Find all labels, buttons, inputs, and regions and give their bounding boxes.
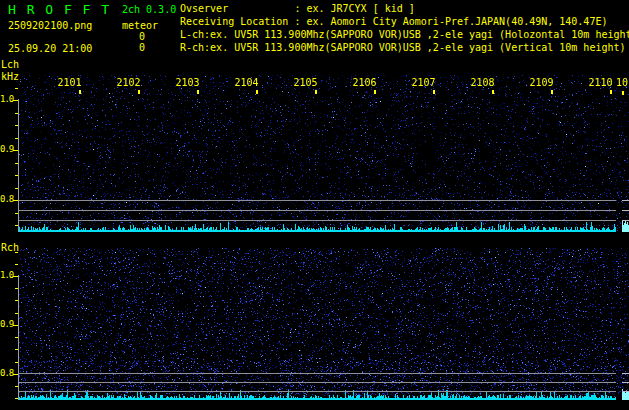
- time-tick-label: 2105: [288, 78, 324, 88]
- time-tick-label: 2108: [465, 78, 501, 88]
- time-tick: [622, 91, 624, 95]
- y-major-tick: [13, 276, 18, 277]
- level-reference-line-stub: [622, 200, 629, 201]
- time-tick-label: 2110: [583, 78, 619, 88]
- y-minor-tick: [15, 337, 18, 338]
- level-reference-line-stub: [622, 391, 629, 392]
- y-minor-tick: [15, 163, 18, 164]
- time-tick: [610, 90, 612, 94]
- y-tick-label: 1.0: [0, 95, 13, 104]
- file-name: 2509202100.png: [8, 20, 92, 31]
- time-tick: [197, 90, 199, 94]
- time-tick-label: 2102: [111, 78, 147, 88]
- y-minor-tick: [15, 313, 18, 314]
- time-tick-label: 2107: [406, 78, 442, 88]
- time-tick-label-overflow: 10: [616, 78, 629, 88]
- mode-label: meteor: [122, 20, 158, 31]
- time-tick-label: 2106: [347, 78, 383, 88]
- y-minor-tick: [15, 188, 18, 189]
- info-line-lch-rig: L-ch:ex. UV5R 113.900Mhz(SAPPORO VOR)USB…: [180, 28, 629, 41]
- y-tick-label: 0.9: [0, 320, 13, 329]
- level-reference-line-stub: [622, 373, 629, 374]
- header: H R O F F T 2ch 0.3.0 2509202100.png met…: [0, 0, 629, 58]
- y-minor-tick: [15, 88, 18, 89]
- info-line-rch-rig: R-ch:ex. UV5R 113.900Mhz(SAPPORO VOR)USB…: [180, 41, 629, 54]
- level-reference-line-stub: [622, 210, 629, 211]
- y-minor-tick: [15, 288, 18, 289]
- hrofft-output-screen: H R O F F T 2ch 0.3.0 2509202100.png met…: [0, 0, 629, 410]
- time-tick: [374, 90, 376, 94]
- level-reference-line-stub: [622, 382, 629, 383]
- y-tick-label: 1.0: [0, 271, 13, 280]
- time-tick: [433, 90, 435, 94]
- y-minor-tick: [15, 398, 18, 399]
- level-reference-line-stub: [622, 220, 629, 221]
- lch-unit-label: kHz: [1, 71, 19, 82]
- level-reference-line: [19, 220, 616, 221]
- lch-panel-title: Lch: [1, 59, 19, 70]
- time-tick: [79, 90, 81, 94]
- level-reference-line: [19, 382, 616, 383]
- timestamp: 25.09.20 21:00: [8, 43, 92, 54]
- meteor-count-rch: 0: [139, 42, 145, 53]
- level-reference-line: [19, 200, 616, 201]
- level-reference-line: [19, 391, 616, 392]
- y-tick-label: 0.9: [0, 145, 13, 154]
- y-major-tick: [13, 100, 18, 101]
- level-reference-line: [19, 210, 616, 211]
- y-tick-label: 0.8: [0, 195, 13, 204]
- time-tick: [551, 90, 553, 94]
- y-major-tick: [13, 200, 18, 201]
- time-tick-label: 2104: [229, 78, 265, 88]
- y-minor-tick: [15, 264, 18, 265]
- y-tick-label: 0.8: [0, 369, 13, 378]
- lch-y-axis-line: [18, 99, 19, 232]
- y-minor-tick: [15, 113, 18, 114]
- time-tick: [315, 90, 317, 94]
- y-minor-tick: [15, 213, 18, 214]
- station-info-block: Ovserver : ex. JR7CYX [ kid ] Receiving …: [180, 2, 629, 54]
- y-major-tick: [13, 374, 18, 375]
- time-tick-label: 2101: [52, 78, 88, 88]
- y-minor-tick: [15, 175, 18, 176]
- time-tick: [256, 90, 258, 94]
- y-minor-tick: [15, 125, 18, 126]
- rch-spectrogram: [19, 248, 629, 400]
- y-minor-tick: [15, 225, 18, 226]
- time-tick-label: 2103: [170, 78, 206, 88]
- y-major-tick: [13, 150, 18, 151]
- y-minor-tick: [15, 138, 18, 139]
- time-tick-label: 2109: [524, 78, 560, 88]
- y-minor-tick: [15, 362, 18, 363]
- y-minor-tick: [15, 300, 18, 301]
- level-reference-line: [19, 373, 616, 374]
- app-version: 2ch 0.3.0: [122, 4, 176, 15]
- time-tick: [492, 90, 494, 94]
- y-major-tick: [13, 325, 18, 326]
- app-title: H R O F F T: [8, 3, 111, 16]
- time-tick: [138, 90, 140, 94]
- lch-spectrogram: [19, 75, 629, 232]
- y-minor-tick: [15, 252, 18, 253]
- info-line-location: Receiving Location : ex. Aomori City Aom…: [180, 15, 629, 28]
- meteor-count-lch: 0: [139, 31, 145, 42]
- y-minor-tick: [15, 386, 18, 387]
- y-minor-tick: [15, 349, 18, 350]
- info-line-observer: Ovserver : ex. JR7CYX [ kid ]: [180, 2, 629, 15]
